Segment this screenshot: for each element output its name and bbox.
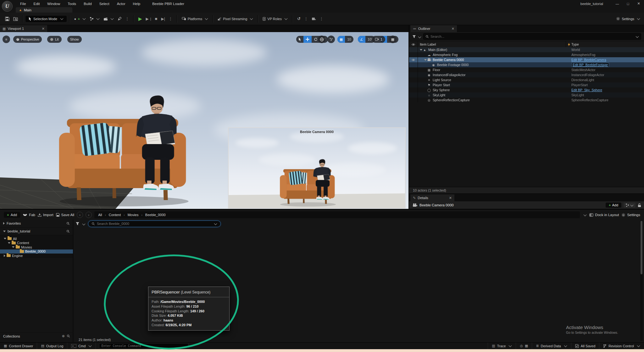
column-item-label[interactable]: Item Label: [418, 42, 436, 46]
tab-main-level[interactable]: ▲ Main: [16, 7, 72, 13]
lock-icon[interactable]: [638, 203, 641, 207]
outliner-search-input[interactable]: Search...: [423, 33, 641, 40]
visibility-eye-icon[interactable]: [409, 77, 418, 82]
save-icon[interactable]: [3, 15, 11, 22]
asset-grid-scrollbar[interactable]: [640, 220, 643, 341]
vp-roles-dropdown[interactable]: VP Roles: [261, 16, 290, 22]
viewport-tab-close-icon[interactable]: ✕: [42, 27, 45, 31]
close-button[interactable]: ✕: [633, 0, 644, 7]
surface-snap-icon[interactable]: [327, 36, 335, 43]
outliner-tab-close-icon[interactable]: ✕: [452, 27, 454, 31]
viewport-3d-view[interactable]: Beeble Camera 0000 ≡ Perspective Lit Sho…: [0, 32, 408, 219]
details-add-button[interactable]: + Add: [606, 203, 621, 208]
outliner-row-main-editor-[interactable]: ▲Main (Editor)World: [409, 47, 644, 52]
play-from-here-button[interactable]: ▶|: [144, 15, 153, 22]
visibility-eye-icon[interactable]: [409, 52, 418, 57]
outliner-row-beeble-camera-0000[interactable]: Beeble Camera 0000Edit BP_BeebleCamera: [409, 57, 644, 62]
visibility-eye-icon[interactable]: [409, 92, 418, 98]
visibility-eye-icon[interactable]: [409, 57, 418, 62]
cmd-dropdown[interactable]: >_ Cmd: [67, 343, 96, 349]
expander-icon[interactable]: [424, 59, 427, 61]
lit-button[interactable]: Lit: [47, 36, 62, 43]
select-tool-icon[interactable]: [296, 36, 303, 43]
outliner-row-skylight[interactable]: ☼SkyLightSkyLight: [409, 92, 644, 98]
revision-control-dropdown[interactable]: Revision Control: [599, 343, 644, 349]
actor-type-link[interactable]: Edit BP_BeebleCamera: [571, 58, 606, 62]
outliner-row-sky-sphere[interactable]: ◯Sky SphereEdit BP_Sky_Sphere: [409, 87, 644, 92]
visibility-eye-icon[interactable]: [409, 82, 418, 87]
outliner-tab-row: ≔ Outliner ✕: [409, 25, 644, 32]
outliner-row-light-source[interactable]: ☀Light SourceDirectionalLight: [409, 77, 644, 82]
toolbar-more-icon[interactable]: ⋮: [124, 16, 131, 21]
outliner-row-atmospheric-fog[interactable]: ☁Atmospheric FogAtmosphericFog: [409, 52, 644, 57]
show-button[interactable]: Show: [67, 36, 82, 43]
settings-dropdown[interactable]: Settings: [616, 17, 640, 21]
move-tool-icon[interactable]: [303, 36, 312, 43]
menu-item-tools[interactable]: Tools: [64, 0, 80, 7]
outliner-filter-icon[interactable]: [412, 35, 416, 38]
pixel-streaming-dropdown[interactable]: Pixel Streaming: [216, 16, 255, 22]
maximize-button[interactable]: □: [623, 0, 633, 7]
trace-dropdown[interactable]: ▥ Trace: [488, 343, 516, 349]
browse-content-icon[interactable]: [11, 15, 20, 22]
content-drawer-button[interactable]: ▦ Content Drawer: [0, 343, 37, 349]
tab-viewport-1[interactable]: ▦ Viewport 1 ✕: [0, 25, 47, 32]
platforms-dropdown[interactable]: Platforms: [180, 16, 210, 22]
tooltip-row: Author: haans: [152, 318, 226, 323]
visibility-eye-icon[interactable]: [409, 72, 418, 77]
visibility-eye-icon[interactable]: [409, 62, 418, 67]
selection-mode-dropdown[interactable]: Selection Mode: [25, 16, 67, 22]
expander-icon[interactable]: [420, 49, 422, 51]
play-options-icon[interactable]: ⋮: [167, 16, 174, 21]
brush-icon[interactable]: [116, 15, 124, 22]
stop-button[interactable]: ■: [153, 15, 159, 22]
menu-item-beeble-pbr-loader[interactable]: Beeble PBR Loader: [148, 0, 188, 7]
derived-data-dropdown[interactable]: ≣ Derived Data: [532, 343, 571, 349]
menu-item-file[interactable]: File: [16, 0, 30, 7]
menu-item-help[interactable]: Help: [129, 0, 144, 7]
menu-item-build[interactable]: Build: [80, 0, 96, 7]
actor-type-link[interactable]: Edit BP_Sky_Sphere: [571, 88, 602, 92]
details-tab-close-icon[interactable]: ✕: [449, 196, 452, 200]
reset-icon[interactable]: ↺: [295, 15, 303, 22]
console-command-input[interactable]: Enter Console Command: [99, 343, 188, 349]
insights-icons[interactable]: ◎ ▦: [516, 343, 532, 349]
perspective-button[interactable]: Perspective: [13, 36, 42, 43]
media-options-icon[interactable]: ⋮: [318, 16, 325, 21]
visibility-eye-icon[interactable]: [409, 98, 418, 103]
outliner-row-player-start[interactable]: ⚑Player StartPlayerStart: [409, 82, 644, 87]
blueprints-button[interactable]: [88, 15, 102, 22]
outliner-row-instancedfoliageactor[interactable]: ◉InstancedFoliageActorInstancedFoliageAc…: [409, 72, 644, 77]
column-type[interactable]: Type: [566, 41, 579, 47]
details-blueprint-dropdown[interactable]: [624, 203, 636, 208]
visibility-eye-icon[interactable]: [409, 87, 418, 92]
outliner-row-beeble-footage-0000[interactable]: ◉Beeble Footage 0000Edit BP_BeebleFootag…: [409, 62, 644, 67]
visibility-eye-icon[interactable]: [409, 47, 418, 52]
media-capture-icon[interactable]: [310, 16, 318, 22]
tab-outliner[interactable]: ≔ Outliner ✕: [410, 25, 457, 32]
cinematics-button[interactable]: [102, 16, 116, 22]
viewport-menu-icon[interactable]: ≡: [3, 36, 10, 43]
outliner-row-floor[interactable]: ▦FloorStaticMeshActor: [409, 67, 644, 72]
all-saved-button[interactable]: All Saved: [571, 343, 599, 349]
menu-item-edit[interactable]: Edit: [30, 0, 44, 7]
minimize-button[interactable]: —: [612, 0, 623, 7]
world-coord-icon[interactable]: [318, 36, 325, 43]
menu-item-actor[interactable]: Actor: [113, 0, 129, 7]
unreal-logo-icon[interactable]: U: [2, 1, 13, 12]
skip-button[interactable]: ▶|: [159, 15, 167, 22]
play-button[interactable]: ▶: [136, 15, 144, 23]
visibility-column-icon[interactable]: [409, 41, 418, 47]
output-log-button[interactable]: ▤ Output Log: [37, 343, 67, 349]
grid-snap-control[interactable]: ▦ 10: [337, 36, 353, 43]
visibility-eye-icon[interactable]: [409, 67, 418, 72]
maximize-viewport-icon[interactable]: ▦: [389, 36, 397, 43]
add-actor-button[interactable]: ●+: [72, 16, 88, 22]
tab-details[interactable]: ✎ Details ✕: [410, 194, 454, 201]
camera-speed-control[interactable]: 1: [372, 36, 385, 43]
menu-item-window[interactable]: Window: [43, 0, 64, 7]
actor-type-link[interactable]: Edit BP_BeebleFootage: [571, 63, 609, 67]
menu-item-select[interactable]: Select: [96, 0, 113, 7]
outliner-row-spherereflectioncapture[interactable]: ◎SphereReflectionCaptureSphereReflection…: [409, 98, 644, 103]
reset-options-icon[interactable]: ⋮: [303, 16, 310, 21]
